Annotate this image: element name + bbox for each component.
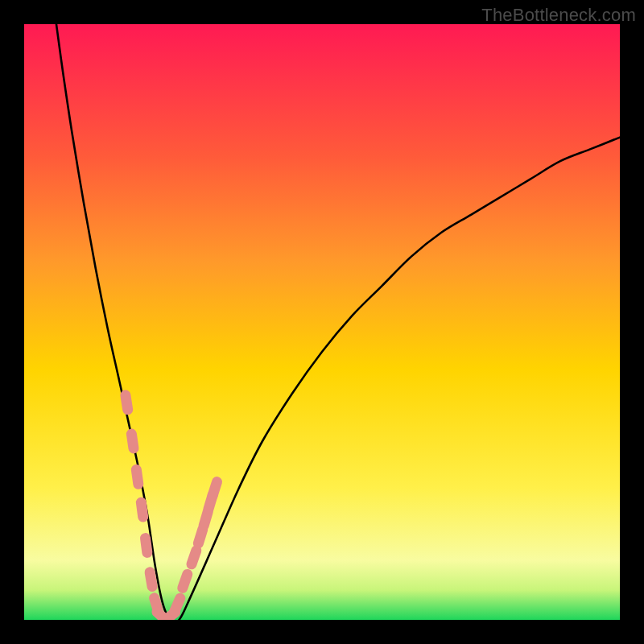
marker-dot bbox=[141, 502, 142, 517]
watermark-text: TheBottleneck.com bbox=[481, 5, 636, 26]
marker-dot bbox=[126, 395, 128, 410]
marker-dot bbox=[175, 598, 180, 612]
marker-dot bbox=[146, 539, 147, 553]
marker-dot bbox=[213, 482, 217, 496]
marker-dot bbox=[183, 574, 188, 588]
marker-dot bbox=[136, 469, 138, 484]
marker-dot bbox=[192, 551, 196, 564]
marker-dot bbox=[150, 572, 152, 587]
plot-area bbox=[24, 24, 620, 620]
bottleneck-curve bbox=[56, 24, 620, 620]
curve-layer bbox=[24, 24, 620, 620]
marker-dot bbox=[131, 434, 134, 448]
chart-frame: TheBottleneck.com bbox=[0, 0, 644, 644]
marker-dot bbox=[198, 530, 202, 543]
marker-dots bbox=[126, 395, 217, 620]
